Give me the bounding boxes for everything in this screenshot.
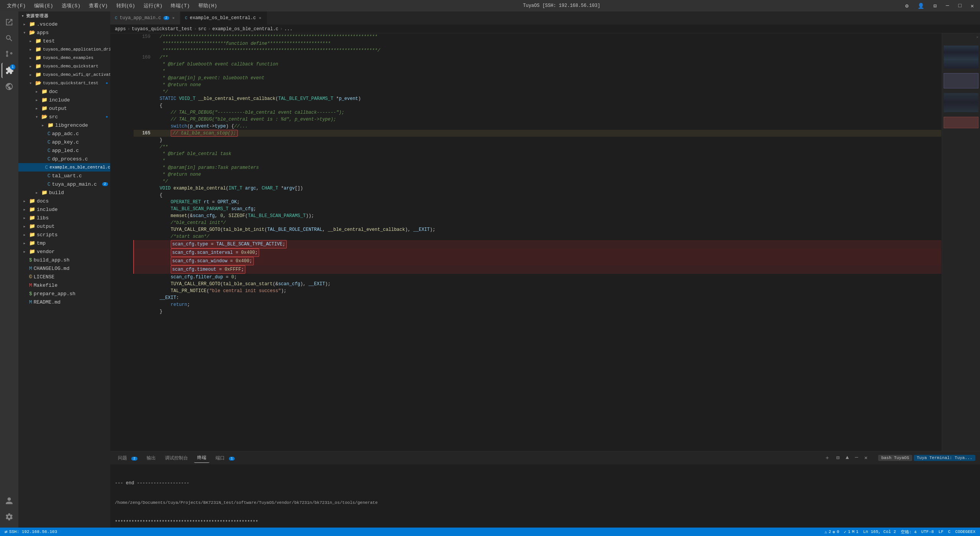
close-icon[interactable]: ✕ (172, 15, 175, 21)
menu-terminal[interactable]: 终端(T) (168, 1, 193, 11)
terminal-content[interactable]: --- end ------------------- /home/zeng/D… (110, 465, 980, 528)
new-terminal-icon[interactable]: ＋ (823, 454, 831, 462)
tree-demo-wifi[interactable]: 📁 tuyaos_demo_wifi_qr_activate (18, 70, 110, 79)
minimize-button[interactable]: ─ (944, 2, 951, 10)
breadcrumb-apps[interactable]: apps (115, 26, 126, 32)
tree-example-ble[interactable]: C example_os_ble_central.c (18, 163, 110, 172)
ssh-status[interactable]: ⇄ SSH: 192.168.56.103 (5, 529, 57, 535)
arrow-icon (28, 81, 34, 85)
tree-tuya-app-main[interactable]: C tuya_app_main.c 2 (18, 180, 110, 188)
menu-edit[interactable]: 编辑(E) (31, 1, 56, 11)
explorer-header[interactable]: ▾ 资源管理器 (18, 11, 110, 20)
tab-example-ble[interactable]: C example_os_ble_central.c ✕ (180, 11, 267, 25)
tree-vendor[interactable]: 📁 vendor (18, 247, 110, 256)
errors-warnings[interactable]: ⚠ 2 ⊗ 0 (825, 529, 839, 534)
breadcrumb-src[interactable]: src (198, 26, 207, 32)
split-terminal-icon[interactable]: ⊟ (835, 454, 841, 462)
tree-include[interactable]: 📁 include (18, 205, 110, 214)
panel-tab-problems[interactable]: 问题 2 (115, 453, 140, 463)
tree-build[interactable]: 📁 build (18, 188, 110, 197)
breadcrumb-file[interactable]: example_os_ble_central.c (212, 26, 278, 32)
panel-tab-terminal[interactable]: 终端 (194, 453, 209, 463)
tree-scripts[interactable]: 📁 scripts (18, 230, 110, 239)
breadcrumb-test[interactable]: tuyaos_quickstart_test (132, 26, 192, 32)
tree-libgrencode[interactable]: 📁 libgrencode (18, 121, 110, 129)
menu-file[interactable]: 文件(F) (4, 1, 29, 11)
tree-demo-quickstart[interactable]: 📁 tuyaos_demo_quickstart (18, 62, 110, 70)
table-row: * (134, 157, 941, 164)
eol-info[interactable]: LF (938, 529, 943, 534)
tree-src[interactable]: 📂 src ● (18, 113, 110, 121)
minimap-close-icon[interactable]: ✕ (976, 35, 978, 39)
table-row: ***********************function define**… (134, 40, 941, 47)
maximize-button[interactable]: □ (956, 2, 964, 10)
tree-app-key[interactable]: C app_key.c (18, 138, 110, 146)
menu-goto[interactable]: 转到(G) (113, 1, 138, 11)
language-info[interactable]: C (948, 529, 951, 534)
menu-view[interactable]: 查看(V) (86, 1, 111, 11)
activity-accounts[interactable] (2, 493, 17, 508)
tree-tal-uart[interactable]: C tal_uart.c (18, 172, 110, 180)
git-modified-count: 1 (856, 529, 859, 534)
activity-extensions[interactable]: 1 (2, 63, 17, 78)
account-icon[interactable]: 👤 (915, 2, 926, 10)
panel-tab-debug[interactable]: 调试控制台 (162, 453, 191, 463)
panel-tab-ports[interactable]: 端口 1 (212, 453, 238, 463)
problems-badge: 2 (131, 457, 137, 461)
tree-doc[interactable]: 📁 doc (18, 87, 110, 96)
tree-apps[interactable]: 📂 apps (18, 28, 110, 37)
tree-license[interactable]: © LICENSE (18, 273, 110, 281)
menu-run[interactable]: 运行(R) (140, 1, 165, 11)
tree-include-inner[interactable]: 📁 include (18, 96, 110, 104)
tree-libs[interactable]: 📁 libs (18, 214, 110, 222)
tree-changelog[interactable]: M CHANGELOG.md (18, 264, 110, 273)
tree-dp-process[interactable]: C dp_process.c (18, 155, 110, 163)
cursor-position[interactable]: Ln 165, Col 2 (863, 529, 896, 534)
tree-vscode[interactable]: 📁 .vscode (18, 20, 110, 28)
tree-test[interactable]: 📁 test (18, 37, 110, 45)
git-status[interactable]: ✓ 1 M 1 (844, 529, 858, 534)
code-container[interactable]: 159 /***********************************… (110, 33, 942, 451)
tree-label: tuya_app_main.c (52, 181, 97, 187)
tree-output-inner[interactable]: 📁 output (18, 104, 110, 113)
minimize-panel-icon[interactable]: ─ (853, 454, 859, 462)
tree-tmp[interactable]: 📁 tmp (18, 239, 110, 247)
close-panel-icon[interactable]: ✕ (863, 454, 869, 462)
tree-app-adc[interactable]: C app_adc.c (18, 129, 110, 138)
tree-readme[interactable]: M README.md (18, 298, 110, 306)
activity-search[interactable] (2, 31, 17, 46)
maximize-panel-icon[interactable]: ▲ (844, 454, 850, 462)
tree-prepare-sh[interactable]: $ prepare_app.sh (18, 289, 110, 298)
table-row: * @param[in] p_event: bluebooth event (134, 75, 941, 82)
menu-selection[interactable]: 选项(S) (59, 1, 83, 11)
tree-makefile[interactable]: M Makefile (18, 281, 110, 289)
shell-tuya[interactable]: Tuya Terminal: Tuya... (914, 455, 975, 461)
table-row: /*start scan*/ (134, 233, 941, 240)
activity-remote[interactable] (2, 79, 17, 94)
codegeex-status[interactable]: CODEGEEX (955, 529, 975, 534)
encoding-info[interactable]: UTF-8 (921, 529, 934, 534)
activity-source-control[interactable] (2, 47, 17, 62)
tree-demo-driver[interactable]: 📁 tuyaos_demo_application_driver (18, 45, 110, 54)
tree-output[interactable]: 📁 output (18, 222, 110, 230)
layout-icon[interactable]: ⊡ (931, 2, 939, 10)
tree-docs[interactable]: 📁 docs (18, 197, 110, 205)
shell-bash[interactable]: bash TuyaOS (878, 455, 912, 461)
breadcrumb-more[interactable]: ... (284, 26, 293, 32)
indent-info[interactable]: 空格: 4 (901, 529, 917, 535)
activity-settings[interactable] (2, 509, 17, 525)
menu-help[interactable]: 帮助(H) (195, 1, 220, 11)
tree-quickstart-test[interactable]: 📂 tuyaos_quickstart_test ● (18, 79, 110, 87)
tab-tuya-app-main[interactable]: C tuya_app_main.c 2 ✕ (110, 11, 180, 25)
tree-build-app-sh[interactable]: $ build_app.sh (18, 256, 110, 264)
tree-demo-examples[interactable]: 📁 tuyaos_demo_examples (18, 54, 110, 62)
tree-app-led[interactable]: C app_led.c (18, 146, 110, 155)
settings-icon[interactable]: ⚙ (903, 2, 911, 10)
activity-explorer[interactable] (2, 15, 17, 30)
close-icon[interactable]: ✕ (258, 15, 262, 21)
close-button[interactable]: ✕ (969, 2, 976, 10)
panel-tabs: 问题 2 输出 调试控制台 终端 端口 1 ＋ ⊟ ▲ ─ ✕ bash Tuy… (110, 451, 980, 465)
code-area[interactable]: 159 /***********************************… (133, 33, 942, 451)
file-icon: C (115, 16, 118, 20)
panel-tab-output[interactable]: 输出 (144, 453, 159, 463)
